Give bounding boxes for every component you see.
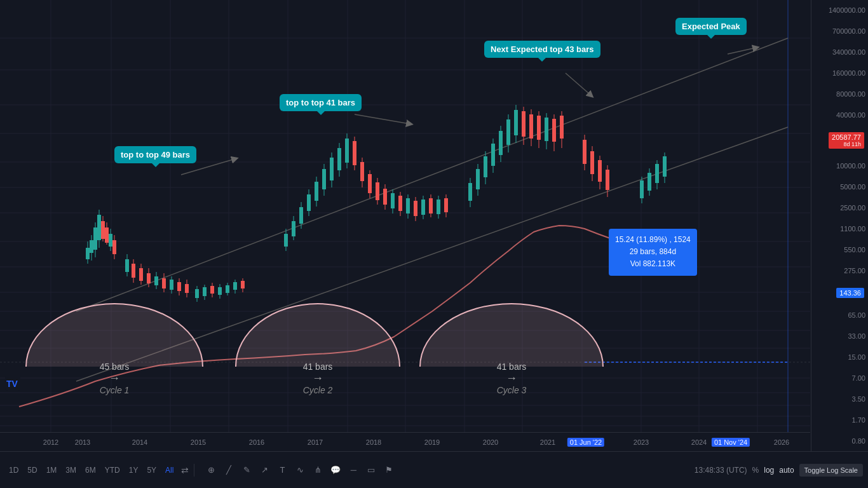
- time-2014: 2014: [132, 438, 147, 446]
- chart-container: top to top 49 bars top to top 41 bars Ne…: [0, 0, 868, 488]
- svg-rect-69: [170, 280, 173, 290]
- svg-rect-119: [398, 196, 402, 211]
- svg-rect-131: [444, 198, 448, 212]
- crosshair-icon[interactable]: ⊕: [205, 464, 217, 477]
- flag-icon[interactable]: ⚑: [383, 464, 395, 477]
- info-line2: 29 bars, 884d: [615, 246, 691, 258]
- svg-rect-129: [437, 200, 440, 214]
- cycle1-name: Cycle 1: [19, 385, 210, 395]
- time-2020: 2020: [483, 438, 498, 446]
- time-2015: 2015: [191, 438, 206, 446]
- auto-btn[interactable]: auto: [779, 466, 794, 475]
- svg-rect-65: [154, 276, 158, 285]
- price-80000: 80000.00: [814, 90, 865, 98]
- price-700000: 700000.00: [814, 27, 865, 35]
- svg-rect-107: [353, 141, 356, 165]
- reference-price-badge: 143.36: [836, 288, 864, 298]
- log-btn[interactable]: log: [764, 466, 774, 475]
- svg-line-38: [566, 73, 591, 95]
- annotation-next-expected: Next Expected top 43 bars: [484, 41, 600, 58]
- time-2017: 2017: [308, 438, 323, 446]
- svg-rect-151: [537, 116, 541, 140]
- price-15: 15.00: [814, 353, 865, 361]
- svg-rect-167: [640, 180, 644, 198]
- time-2018: 2018: [366, 438, 381, 446]
- svg-rect-145: [514, 110, 518, 135]
- time-display: 13:48:33 (UTC): [695, 466, 747, 475]
- svg-rect-163: [598, 160, 602, 182]
- tf-ytd[interactable]: YTD: [101, 464, 124, 477]
- price-275: 275.00: [814, 267, 865, 274]
- svg-rect-109: [360, 162, 364, 181]
- tf-3m[interactable]: 3M: [62, 464, 80, 477]
- price-axis: 1400000.00 700000.00 340000.00 160000.00…: [811, 0, 868, 451]
- svg-text:TV: TV: [6, 379, 18, 389]
- svg-rect-127: [429, 198, 433, 214]
- price-2500: 2500.00: [814, 204, 865, 212]
- tf-5d[interactable]: 5D: [24, 464, 41, 477]
- fork-icon[interactable]: ⋔: [311, 464, 324, 477]
- tf-1d[interactable]: 1D: [5, 464, 22, 477]
- svg-rect-143: [506, 119, 510, 145]
- svg-rect-171: [655, 164, 659, 183]
- svg-rect-85: [233, 282, 237, 290]
- arrow-icon[interactable]: ↗: [258, 464, 271, 477]
- svg-rect-89: [284, 234, 288, 247]
- drawing-tools: ⊕ ╱ ✎ ↗ T ∿ ⋔ 💬 ─ ▭ ⚑: [194, 464, 395, 477]
- annotation-top-41: top to top 41 bars: [280, 94, 362, 111]
- svg-rect-101: [330, 158, 334, 180]
- compare-icon[interactable]: ⇄: [181, 465, 189, 475]
- price-1100: 1100.00: [814, 225, 865, 233]
- svg-rect-49: [101, 221, 105, 239]
- svg-rect-79: [210, 286, 214, 294]
- toggle-log-scale-button[interactable]: Toggle Log Scale: [799, 464, 863, 477]
- annotation-top-49: top to top 49 bars: [114, 146, 196, 163]
- comment-icon[interactable]: 💬: [329, 464, 342, 477]
- svg-rect-121: [406, 198, 410, 214]
- price-35: 3.50: [814, 395, 865, 403]
- horizontal-line-icon[interactable]: ─: [347, 464, 360, 477]
- price-10000: 10000.00: [814, 162, 865, 170]
- svg-rect-149: [529, 114, 533, 139]
- cycle-3: 41 bars → Cycle 3: [413, 303, 610, 395]
- svg-rect-43: [90, 240, 93, 253]
- svg-line-37: [355, 114, 410, 124]
- svg-rect-133: [468, 183, 472, 201]
- tf-6m[interactable]: 6M: [81, 464, 100, 477]
- svg-rect-73: [185, 284, 189, 293]
- svg-rect-159: [583, 140, 587, 164]
- annotation-expected-peak: Expected Peak: [675, 18, 747, 35]
- pencil-icon[interactable]: ✎: [240, 464, 253, 477]
- percent-btn[interactable]: %: [752, 466, 759, 475]
- text-icon[interactable]: T: [276, 464, 288, 477]
- svg-rect-93: [299, 207, 303, 224]
- tf-1m[interactable]: 1M: [43, 464, 61, 477]
- tf-all[interactable]: All: [161, 464, 177, 477]
- svg-rect-75: [195, 289, 199, 298]
- chart-area: top to top 49 bars top to top 41 bars Ne…: [0, 0, 810, 451]
- svg-rect-161: [590, 151, 594, 174]
- cycle-1: 45 bars → Cycle 1: [19, 303, 210, 395]
- trendline-icon[interactable]: ╱: [222, 464, 235, 477]
- svg-rect-139: [491, 144, 495, 166]
- svg-rect-111: [368, 174, 372, 193]
- svg-rect-87: [241, 281, 245, 288]
- svg-rect-123: [414, 201, 417, 216]
- tf-1y[interactable]: 1Y: [125, 464, 142, 477]
- curve-icon[interactable]: ∿: [294, 464, 306, 477]
- cycle1-bars: 45 bars: [19, 362, 210, 372]
- price-1400000: 1400000.00: [814, 6, 865, 14]
- tf-5y[interactable]: 5Y: [143, 464, 160, 477]
- svg-rect-45: [93, 227, 97, 250]
- svg-rect-99: [322, 169, 326, 189]
- cycle2-name: Cycle 2: [229, 385, 407, 395]
- svg-rect-115: [383, 189, 387, 205]
- current-price-detail: 8d 11h: [832, 141, 861, 147]
- info-line1: 15.24 (11.89%) , 1524: [615, 234, 691, 246]
- price-40000: 40000.00: [814, 111, 865, 119]
- svg-rect-91: [292, 221, 295, 236]
- price-5000: 5000.00: [814, 183, 865, 191]
- svg-rect-155: [552, 119, 556, 142]
- reference-price-value: 143.36: [839, 289, 861, 297]
- rectangle-icon[interactable]: ▭: [365, 464, 377, 477]
